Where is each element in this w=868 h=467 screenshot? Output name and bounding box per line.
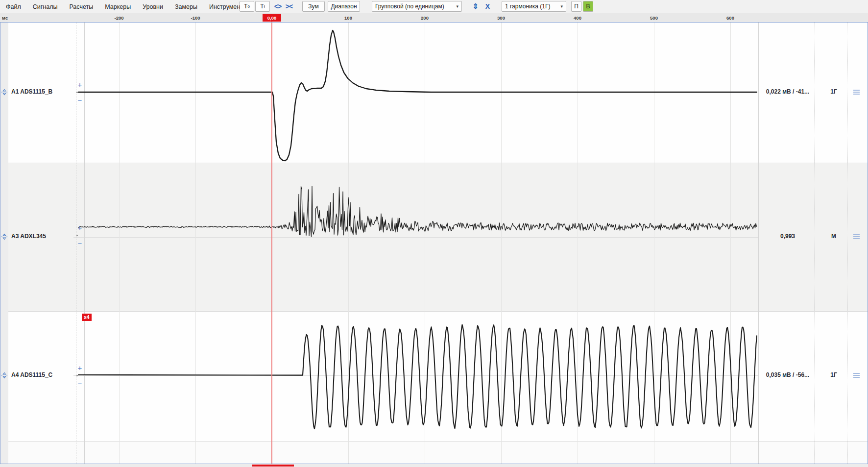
ruler-tick--100: -100	[181, 15, 210, 21]
panel-divider[interactable]	[0, 311, 868, 312]
tf-sub: f	[264, 4, 265, 9]
channel-value: 0,035 мВ / -56...	[758, 371, 817, 378]
menu-item-2[interactable]: Сигналы	[33, 3, 58, 10]
menu-item-5[interactable]: Уровни	[143, 3, 163, 10]
p-toggle-button[interactable]: П	[571, 1, 581, 12]
zero-level-dot	[76, 375, 78, 376]
channel-menu-icon[interactable]	[853, 373, 860, 379]
gridline	[501, 23, 502, 464]
group-mode-select[interactable]: Групповой (по единицам) ▾	[372, 1, 462, 12]
scrollbar-track[interactable]	[0, 464, 868, 467]
zoom-out-button[interactable]: −	[77, 380, 83, 387]
menu-item-1[interactable]: Файл	[6, 3, 21, 10]
channel-expand-icon[interactable]	[1, 233, 8, 240]
channel-menu-icon[interactable]	[853, 90, 860, 96]
ruler-tick-300: 300	[486, 15, 516, 21]
ruler-tick-200: 200	[410, 15, 439, 21]
range-button[interactable]: Диапазон	[328, 1, 360, 12]
ruler-tick-400: 400	[563, 15, 592, 21]
panel-divider[interactable]	[0, 441, 868, 442]
ruler-tick--200: -200	[104, 15, 134, 21]
v-toggle-button[interactable]: В	[583, 1, 593, 12]
channel-menu-icon[interactable]	[853, 234, 860, 240]
ruler-tick-600: 600	[716, 15, 745, 21]
gridline	[578, 23, 578, 464]
channel-label[interactable]: A1 ADS1115_B	[11, 88, 75, 95]
chevron-down-icon: ▾	[456, 4, 458, 9]
menu-item-4[interactable]: Маркеры	[105, 3, 131, 10]
zero-level-dot	[76, 92, 78, 93]
gridline	[425, 23, 425, 464]
panel-a1	[0, 23, 868, 163]
gridline	[119, 23, 120, 464]
t0-button[interactable]: T0	[240, 1, 254, 12]
t0-label: T	[244, 3, 247, 10]
plot-border-top	[0, 22, 868, 23]
channel-expand-icon[interactable]	[1, 89, 8, 96]
menubar: ФайлСигналыРасчетыМаркерыУровниЗамерыИнс…	[0, 0, 868, 14]
collapse-range-icon[interactable]: ><	[284, 1, 294, 12]
plot-border-left	[0, 23, 0, 464]
gridline	[654, 23, 654, 464]
time-ruler[interactable]: мс -200-100100200300400500600	[0, 13, 868, 22]
zoom-out-button[interactable]: −	[77, 240, 83, 247]
zero-level-dot	[76, 235, 78, 236]
menu-item-6[interactable]: Замеры	[175, 3, 197, 10]
expand-range-icon[interactable]: <>	[272, 1, 283, 12]
channel-label[interactable]: A4 ADS1115_C	[11, 371, 75, 378]
zoom-in-button[interactable]: +	[77, 364, 83, 371]
channel-label[interactable]: A3 ADXL345	[11, 233, 75, 240]
tf-label: T	[260, 3, 264, 10]
scrollbar-thumb[interactable]	[252, 465, 294, 467]
panel-divider[interactable]	[0, 163, 868, 163]
zoom-out-button[interactable]: −	[77, 97, 83, 104]
gain-badge: x4	[82, 314, 92, 321]
channel-value: 0,993	[758, 233, 817, 240]
gridline	[730, 23, 731, 464]
label-gutter-divider	[76, 23, 76, 464]
panel-bottom-spacer	[0, 441, 868, 464]
plot-border-right	[867, 23, 868, 464]
channel-unit: 1Г	[824, 88, 844, 95]
channel-value: 0,022 мВ / -41...	[758, 88, 817, 95]
chevron-down-icon: ▾	[560, 4, 563, 9]
zero-level-line	[73, 237, 758, 238]
t0-sub: 0	[247, 4, 249, 9]
ruler-tick-100: 100	[334, 15, 363, 21]
channel-unit: M	[824, 233, 844, 240]
oscilloscope-app: ФайлСигналыРасчетыМаркерыУровниЗамерыИнс…	[0, 0, 868, 467]
cursor-time-badge[interactable]: 0,00	[263, 14, 281, 22]
group-mode-value: Групповой (по единицам)	[375, 3, 444, 10]
plot-left-edge	[84, 23, 85, 464]
harmonic-select[interactable]: 1 гармоника (1Г) ▾	[502, 1, 566, 12]
gridline	[348, 23, 349, 464]
plot-border-bottom	[0, 464, 868, 464]
channel-unit: 1Г	[824, 371, 844, 378]
panel-a4	[0, 311, 868, 441]
harmonic-value: 1 гармоника (1Г)	[505, 3, 550, 10]
ruler-tick-500: 500	[639, 15, 669, 21]
value-column-divider	[847, 23, 848, 464]
ruler-unit-label: мс	[2, 15, 8, 21]
channel-expand-icon[interactable]	[1, 372, 8, 379]
zoom-in-button[interactable]: +	[77, 224, 83, 231]
menu-item-3[interactable]: Расчеты	[69, 3, 93, 10]
zero-level-line	[73, 375, 758, 376]
tf-button[interactable]: Tf	[255, 1, 270, 12]
time-cursor-line[interactable]	[271, 14, 272, 464]
zoom-in-button[interactable]: +	[77, 81, 83, 88]
swap-vertical-icon[interactable]: ⇕	[470, 1, 481, 12]
menu-items: ФайлСигналыРасчетыМаркерыУровниЗамерыИнс…	[6, 0, 247, 13]
gridline	[195, 23, 196, 464]
zoom-button[interactable]: Зум	[302, 1, 325, 12]
clear-x-icon[interactable]: Х	[482, 1, 493, 12]
